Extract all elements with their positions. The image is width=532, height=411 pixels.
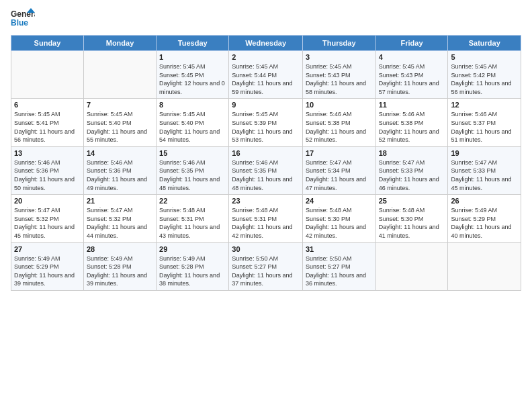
calendar-cell: 28Sunrise: 5:49 AMSunset: 5:28 PMDayligh…: [83, 242, 156, 290]
svg-text:Blue: Blue: [11, 18, 28, 28]
day-number: 21: [87, 197, 153, 205]
day-number: 18: [379, 149, 445, 157]
calendar-cell: 14Sunrise: 5:46 AMSunset: 5:36 PMDayligh…: [83, 146, 156, 194]
calendar-cell: 24Sunrise: 5:48 AMSunset: 5:30 PMDayligh…: [302, 195, 375, 242]
day-info: Sunrise: 5:45 AMSunset: 5:45 PMDaylight:…: [159, 62, 226, 96]
page: General Blue SundayMondayTuesdayWednesda…: [0, 0, 532, 411]
calendar-cell: 13Sunrise: 5:46 AMSunset: 5:36 PMDayligh…: [11, 146, 84, 194]
day-info: Sunrise: 5:45 AMSunset: 5:39 PMDaylight:…: [232, 110, 300, 144]
calendar-cell: 19Sunrise: 5:47 AMSunset: 5:33 PMDayligh…: [448, 146, 521, 194]
day-number: 16: [232, 149, 300, 157]
day-info: Sunrise: 5:47 AMSunset: 5:32 PMDaylight:…: [14, 206, 81, 240]
calendar-cell: [448, 242, 521, 290]
day-info: Sunrise: 5:47 AMSunset: 5:33 PMDaylight:…: [379, 158, 445, 192]
calendar-cell: 22Sunrise: 5:48 AMSunset: 5:31 PMDayligh…: [157, 195, 229, 242]
calendar-cell: [83, 51, 156, 99]
calendar-cell: 11Sunrise: 5:46 AMSunset: 5:38 PMDayligh…: [375, 99, 448, 146]
calendar-week-row: 1Sunrise: 5:45 AMSunset: 5:45 PMDaylight…: [11, 51, 521, 99]
calendar-cell: [11, 51, 84, 99]
day-number: 26: [451, 197, 518, 205]
day-info: Sunrise: 5:45 AMSunset: 5:42 PMDaylight:…: [451, 62, 518, 96]
day-number: 30: [232, 245, 300, 253]
weekday-header-thursday: Thursday: [302, 36, 375, 51]
day-info: Sunrise: 5:46 AMSunset: 5:38 PMDaylight:…: [379, 110, 445, 144]
day-info: Sunrise: 5:48 AMSunset: 5:31 PMDaylight:…: [232, 206, 300, 240]
day-number: 31: [306, 245, 373, 253]
day-number: 6: [14, 101, 81, 109]
day-info: Sunrise: 5:45 AMSunset: 5:40 PMDaylight:…: [87, 110, 153, 144]
day-info: Sunrise: 5:49 AMSunset: 5:28 PMDaylight:…: [159, 255, 226, 288]
day-number: 5: [451, 53, 518, 61]
calendar-cell: 20Sunrise: 5:47 AMSunset: 5:32 PMDayligh…: [11, 195, 84, 242]
calendar-cell: 17Sunrise: 5:47 AMSunset: 5:34 PMDayligh…: [302, 146, 375, 194]
day-info: Sunrise: 5:45 AMSunset: 5:43 PMDaylight:…: [379, 62, 445, 96]
calendar-cell: 1Sunrise: 5:45 AMSunset: 5:45 PMDaylight…: [157, 51, 229, 99]
day-number: 14: [87, 149, 153, 157]
day-number: 4: [379, 53, 445, 61]
header: General Blue: [11, 7, 521, 31]
day-info: Sunrise: 5:46 AMSunset: 5:35 PMDaylight:…: [232, 158, 300, 192]
calendar-cell: 3Sunrise: 5:45 AMSunset: 5:43 PMDaylight…: [302, 51, 375, 99]
day-info: Sunrise: 5:46 AMSunset: 5:35 PMDaylight:…: [159, 158, 226, 192]
day-info: Sunrise: 5:45 AMSunset: 5:43 PMDaylight:…: [306, 62, 373, 96]
day-number: 1: [159, 53, 226, 61]
day-number: 19: [451, 149, 518, 157]
calendar-cell: 8Sunrise: 5:45 AMSunset: 5:40 PMDaylight…: [157, 99, 229, 146]
calendar-cell: 10Sunrise: 5:46 AMSunset: 5:38 PMDayligh…: [302, 99, 375, 146]
day-number: 25: [379, 197, 445, 205]
calendar-cell: 7Sunrise: 5:45 AMSunset: 5:40 PMDaylight…: [83, 99, 156, 146]
calendar-week-row: 20Sunrise: 5:47 AMSunset: 5:32 PMDayligh…: [11, 195, 521, 242]
calendar-cell: 29Sunrise: 5:49 AMSunset: 5:28 PMDayligh…: [157, 242, 229, 290]
day-number: 7: [87, 101, 153, 109]
day-number: 22: [159, 197, 226, 205]
day-info: Sunrise: 5:49 AMSunset: 5:29 PMDaylight:…: [451, 206, 518, 240]
day-number: 20: [14, 197, 81, 205]
day-number: 2: [232, 53, 300, 61]
calendar-cell: 30Sunrise: 5:50 AMSunset: 5:27 PMDayligh…: [229, 242, 303, 290]
calendar-table: SundayMondayTuesdayWednesdayThursdayFrid…: [11, 35, 521, 291]
calendar-cell: 12Sunrise: 5:46 AMSunset: 5:37 PMDayligh…: [448, 99, 521, 146]
day-number: 10: [306, 101, 373, 109]
calendar-week-row: 27Sunrise: 5:49 AMSunset: 5:29 PMDayligh…: [11, 242, 521, 290]
calendar-cell: 5Sunrise: 5:45 AMSunset: 5:42 PMDaylight…: [448, 51, 521, 99]
calendar-week-row: 13Sunrise: 5:46 AMSunset: 5:36 PMDayligh…: [11, 146, 521, 194]
day-info: Sunrise: 5:45 AMSunset: 5:41 PMDaylight:…: [14, 110, 81, 144]
calendar-cell: 4Sunrise: 5:45 AMSunset: 5:43 PMDaylight…: [375, 51, 448, 99]
weekday-header-sunday: Sunday: [11, 36, 84, 51]
calendar-cell: 23Sunrise: 5:48 AMSunset: 5:31 PMDayligh…: [229, 195, 303, 242]
day-info: Sunrise: 5:50 AMSunset: 5:27 PMDaylight:…: [232, 255, 300, 288]
weekday-header-wednesday: Wednesday: [229, 36, 303, 51]
day-info: Sunrise: 5:45 AMSunset: 5:44 PMDaylight:…: [232, 62, 300, 96]
logo: General Blue: [11, 7, 35, 31]
weekday-header-friday: Friday: [375, 36, 448, 51]
calendar-cell: 16Sunrise: 5:46 AMSunset: 5:35 PMDayligh…: [229, 146, 303, 194]
day-info: Sunrise: 5:47 AMSunset: 5:33 PMDaylight:…: [451, 158, 518, 192]
day-info: Sunrise: 5:46 AMSunset: 5:36 PMDaylight:…: [14, 158, 81, 192]
day-number: 13: [14, 149, 81, 157]
day-number: 28: [87, 245, 153, 253]
day-number: 23: [232, 197, 300, 205]
day-number: 29: [159, 245, 226, 253]
calendar-cell: 25Sunrise: 5:48 AMSunset: 5:30 PMDayligh…: [375, 195, 448, 242]
day-info: Sunrise: 5:48 AMSunset: 5:31 PMDaylight:…: [159, 206, 226, 240]
day-number: 8: [159, 101, 226, 109]
weekday-header-tuesday: Tuesday: [157, 36, 229, 51]
day-info: Sunrise: 5:47 AMSunset: 5:34 PMDaylight:…: [306, 158, 373, 192]
calendar-cell: 9Sunrise: 5:45 AMSunset: 5:39 PMDaylight…: [229, 99, 303, 146]
day-info: Sunrise: 5:46 AMSunset: 5:38 PMDaylight:…: [306, 110, 373, 144]
day-number: 11: [379, 101, 445, 109]
day-number: 12: [451, 101, 518, 109]
calendar-cell: 2Sunrise: 5:45 AMSunset: 5:44 PMDaylight…: [229, 51, 303, 99]
calendar-cell: 27Sunrise: 5:49 AMSunset: 5:29 PMDayligh…: [11, 242, 84, 290]
day-info: Sunrise: 5:50 AMSunset: 5:27 PMDaylight:…: [306, 255, 373, 288]
day-number: 17: [306, 149, 373, 157]
calendar-cell: 18Sunrise: 5:47 AMSunset: 5:33 PMDayligh…: [375, 146, 448, 194]
day-info: Sunrise: 5:49 AMSunset: 5:28 PMDaylight:…: [87, 255, 153, 288]
weekday-header-monday: Monday: [83, 36, 156, 51]
day-info: Sunrise: 5:46 AMSunset: 5:37 PMDaylight:…: [451, 110, 518, 144]
calendar-cell: 15Sunrise: 5:46 AMSunset: 5:35 PMDayligh…: [157, 146, 229, 194]
day-info: Sunrise: 5:47 AMSunset: 5:32 PMDaylight:…: [87, 206, 153, 240]
logo-bird-icon: General Blue: [11, 7, 35, 31]
calendar-cell: 26Sunrise: 5:49 AMSunset: 5:29 PMDayligh…: [448, 195, 521, 242]
calendar-cell: [375, 242, 448, 290]
